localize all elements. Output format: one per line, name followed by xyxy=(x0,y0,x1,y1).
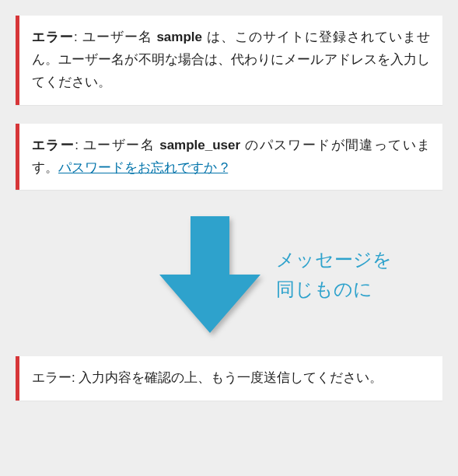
error-label: エラー xyxy=(32,30,74,44)
arrow-annotation-row: メッセージを 同じものに xyxy=(16,208,442,341)
annotation-line-1: メッセージを xyxy=(276,245,392,275)
arrow-down-icon xyxy=(159,216,260,333)
forgot-password-link[interactable]: パスワードをお忘れですか ? xyxy=(58,160,228,175)
error-username-not-registered: エラー: ユーザー名 sample は、このサイトに登録されていません。ユーザー… xyxy=(16,16,442,105)
annotation-line-2: 同じものに xyxy=(276,275,392,304)
error-label: エラー xyxy=(32,138,75,152)
error-text: エラー: 入力内容を確認の上、もう一度送信してください。 xyxy=(32,370,383,385)
error-wrong-password: エラー: ユーザー名 sample_user のパスワードが間違っています。パス… xyxy=(16,124,442,191)
error-unified-message: エラー: 入力内容を確認の上、もう一度送信してください。 xyxy=(16,356,442,401)
error-text-pre: ユーザー名 xyxy=(78,30,157,44)
error-username: sample xyxy=(156,30,202,44)
error-username: sample_user xyxy=(159,138,240,152)
svg-marker-0 xyxy=(159,216,260,333)
annotation-text: メッセージを 同じものに xyxy=(276,245,392,305)
error-text-pre: ユーザー名 xyxy=(79,138,159,152)
